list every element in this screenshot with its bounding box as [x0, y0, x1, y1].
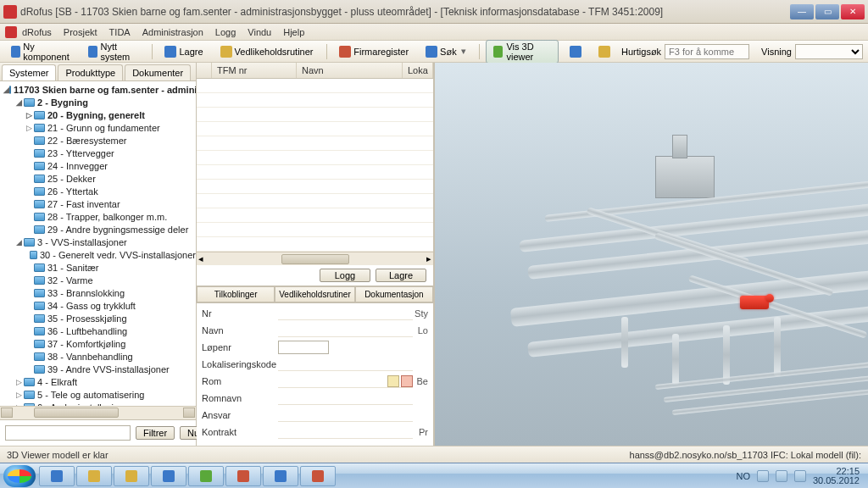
lbl-rom: Rom: [202, 376, 278, 386]
zoom-tool-button[interactable]: [564, 43, 587, 60]
quick-search-input[interactable]: [665, 44, 749, 59]
task-app2[interactable]: [263, 466, 298, 486]
ie-icon: [51, 470, 63, 482]
task-app1[interactable]: [151, 466, 186, 486]
nytt-system-button[interactable]: Nytt system: [82, 39, 144, 64]
save-icon: [164, 46, 176, 58]
rom-clear-icon[interactable]: [401, 375, 413, 387]
menu-prosjekt[interactable]: Prosjekt: [64, 27, 97, 37]
task-paint[interactable]: [188, 466, 224, 486]
visning-dropdown[interactable]: [795, 44, 863, 59]
task-explorer[interactable]: [76, 466, 112, 486]
taskbar: NO 22:15 30.05.2012: [0, 463, 868, 488]
start-button[interactable]: [3, 465, 36, 487]
task-powerpoint[interactable]: [225, 466, 261, 486]
window-minimize-button[interactable]: —: [790, 4, 814, 19]
tree-filter-input[interactable]: [5, 425, 131, 441]
col-loka[interactable]: Loka: [403, 63, 433, 78]
lbl-navn: Navn: [202, 325, 278, 336]
mid-panel: TFM nr Navn Loka ◂▸ Logg Lagre Tilkoblin…: [197, 63, 434, 446]
tab-produkttype[interactable]: Produkttype: [58, 64, 123, 80]
menu-drofus[interactable]: dRofus: [22, 27, 52, 37]
toolbar: Ny komponent Nytt system Lagre Vedlikeho…: [0, 41, 868, 63]
grid-h-scrollbar[interactable]: ◂▸: [197, 252, 433, 265]
ny-komponent-button[interactable]: Ny komponent: [5, 39, 77, 64]
mid-logg-button[interactable]: Logg: [320, 269, 370, 282]
tab-systemer[interactable]: Systemer: [2, 64, 56, 80]
quick-search: Hurtigsøk: [621, 44, 749, 59]
firmaregister-button[interactable]: Firmaregister: [333, 43, 415, 60]
field-navn[interactable]: [278, 324, 413, 337]
sok-button[interactable]: Søk▾: [420, 43, 472, 60]
cube-icon: [493, 46, 503, 58]
visning-label: Visning: [761, 47, 792, 57]
tab-dokumentasjon[interactable]: Dokumentasjon: [355, 286, 433, 302]
system-tray[interactable]: NO 22:15 30.05.2012: [736, 467, 865, 485]
app-icon: [3, 5, 17, 19]
lbl-romnavn: Romnavn: [202, 393, 278, 403]
system-icon: [88, 46, 97, 58]
system-tree[interactable]: ◢11703 Skien barne og fam.senter - admin…: [0, 81, 196, 406]
left-panel: Systemer Produkttype Dokumenter ◢11703 S…: [0, 63, 197, 446]
field-ansvar[interactable]: [278, 408, 413, 422]
link-tool-button[interactable]: [593, 43, 616, 60]
menu-administrasjon[interactable]: Administrasjon: [142, 27, 203, 37]
window-close-button[interactable]: ✕: [841, 4, 865, 19]
field-nr[interactable]: [278, 307, 413, 320]
tab-tilkoblinger[interactable]: Tilkoblinger: [197, 286, 275, 302]
menu-tida[interactable]: TIDA: [109, 27, 131, 37]
field-romnavn[interactable]: [278, 391, 413, 405]
mid-lagre-button[interactable]: Lagre: [376, 269, 426, 282]
detail-form: NrSty NavnLo Løpenr Lokaliseringskode Ro…: [197, 303, 433, 446]
menu-vindu[interactable]: Vindu: [248, 27, 271, 37]
tray-volume-icon[interactable]: [794, 470, 806, 482]
status-bar: 3D Viewer modell er klar hanss@db2.nosyk…: [0, 446, 868, 463]
firma-icon: [339, 46, 351, 58]
plus-icon: [11, 46, 20, 58]
vis-3d-viewer-toggle[interactable]: Vis 3D viewer: [486, 40, 559, 64]
window-maximize-button[interactable]: ▭: [815, 4, 839, 19]
drofus-icon: [312, 470, 324, 482]
grid-header: TFM nr Navn Loka: [197, 63, 433, 79]
visning-selector: Visning: [761, 44, 863, 59]
status-left: 3D Viewer modell er klar: [7, 450, 108, 460]
task-drofus[interactable]: [300, 466, 336, 486]
tab-dokumenter[interactable]: Dokumenter: [125, 64, 191, 80]
lbl-lokkode: Lokaliseringskode: [202, 359, 278, 369]
tree-h-scrollbar[interactable]: [0, 406, 196, 419]
vedlikeholdsrutiner-button[interactable]: Vedlikeholdsrutiner: [214, 43, 320, 60]
field-kontrakt[interactable]: [278, 425, 413, 439]
tray-lang[interactable]: NO: [736, 471, 750, 481]
menu-hjelp[interactable]: Hjelp: [283, 27, 304, 37]
rom-pick-icon[interactable]: [387, 375, 399, 387]
field-rom[interactable]: [278, 374, 413, 388]
lagre-button[interactable]: Lagre: [159, 43, 209, 60]
link-icon: [598, 46, 610, 58]
window-titlebar: dRofus [SB - 11703 Skien barne og fam.se…: [0, 0, 868, 24]
app-icon: [163, 470, 175, 482]
media-icon: [125, 470, 137, 482]
doc-icon: [220, 46, 232, 58]
field-lokkode[interactable]: [278, 358, 413, 371]
3d-viewer[interactable]: [434, 63, 868, 446]
filter-button[interactable]: Filtrer: [136, 426, 175, 440]
menu-logg[interactable]: Logg: [215, 27, 236, 37]
task-media[interactable]: [114, 466, 149, 486]
paint-icon: [200, 470, 212, 482]
grid-body[interactable]: [197, 79, 433, 252]
lbl-nr: Nr: [202, 308, 278, 319]
tab-vedlikeholdsrutiner[interactable]: Vedlikeholdsrutiner: [275, 286, 355, 302]
powerpoint-icon: [237, 470, 249, 482]
col-tfm-nr[interactable]: TFM nr: [212, 63, 297, 78]
tray-clock[interactable]: 22:15 30.05.2012: [813, 467, 860, 485]
folder-icon: [88, 470, 100, 482]
window-title: dRofus [SB - 11703 Skien barne og fam.se…: [20, 6, 790, 18]
magnifier-icon: [570, 46, 581, 58]
lbl-kontrakt: Kontrakt: [202, 427, 278, 437]
field-lopenr[interactable]: [278, 341, 329, 354]
tray-flag-icon[interactable]: [757, 470, 769, 482]
selected-component[interactable]: [740, 296, 769, 309]
tray-network-icon[interactable]: [776, 470, 787, 482]
task-ie[interactable]: [39, 466, 75, 486]
col-navn[interactable]: Navn: [297, 63, 403, 78]
